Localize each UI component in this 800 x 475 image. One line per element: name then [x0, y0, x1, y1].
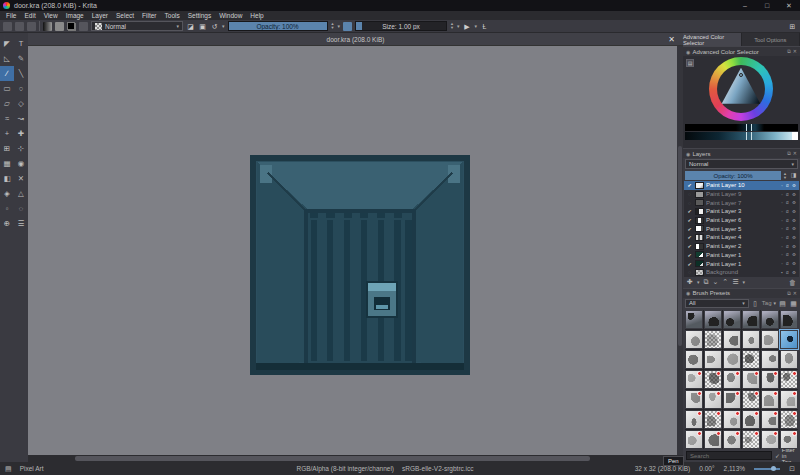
open-document-icon[interactable]	[15, 22, 24, 31]
close-panel-icon[interactable]: ✕	[793, 150, 797, 157]
layer-visibility-icon[interactable]: ◌	[686, 200, 693, 206]
tab-tool-options[interactable]: Tool Options	[742, 33, 800, 46]
opacity-slider[interactable]: Opacity: 100%	[228, 21, 328, 31]
color-selector-settings-icon[interactable]: ▤	[686, 59, 694, 67]
layer-row-paint-layer-2[interactable]: ✔Paint Layer 2◦ α ⚙	[684, 242, 799, 251]
canvas-image-door-pixel-art[interactable]	[250, 155, 470, 375]
brush-preset[interactable]	[742, 370, 760, 389]
document-subwindow-titlebar[interactable]: door.kra (208.0 KiB) ✕	[28, 33, 683, 46]
layer-visibility-icon[interactable]: ✔	[686, 208, 693, 214]
layer-visibility-icon[interactable]: ✔	[686, 217, 693, 223]
tool-smart-patch[interactable]: ◌	[14, 201, 28, 216]
canvas-area[interactable]	[28, 46, 683, 455]
hscroll-handle[interactable]	[75, 456, 590, 461]
workspace-label[interactable]: Pixel Art	[20, 465, 44, 472]
brush-preset[interactable]	[704, 390, 722, 409]
brush-preset[interactable]	[704, 330, 722, 349]
brush-preset[interactable]	[704, 410, 722, 429]
menu-view[interactable]: View	[40, 12, 62, 19]
layer-visibility-icon[interactable]: ✔	[686, 182, 693, 188]
brush-preset[interactable]	[780, 370, 798, 389]
canvas-angle-value[interactable]: 0.00°	[699, 465, 714, 472]
delete-layer-button[interactable]: 🗑	[789, 279, 796, 286]
tab-advanced-color-selector[interactable]: Advanced Color Selector	[683, 33, 742, 46]
layer-opacity-spinner[interactable]: ▲▼	[783, 172, 787, 180]
brush-preset[interactable]	[742, 410, 760, 429]
layer-lock-alpha-properties-icons[interactable]: ◦ α ⚙	[781, 226, 797, 231]
list-view-icon[interactable]: ▤	[778, 299, 787, 308]
brush-preset[interactable]	[723, 410, 741, 429]
layer-visibility-icon[interactable]: ◌	[686, 269, 693, 275]
brush-preset[interactable]	[685, 310, 703, 329]
tool-zoom[interactable]: ⊕	[0, 216, 14, 231]
brush-preset[interactable]	[761, 390, 779, 409]
layer-lock-alpha-properties-icons[interactable]: ◦ α ⚙	[781, 235, 797, 240]
float-panel-icon[interactable]: ⧉	[787, 290, 791, 297]
grid-view-icon[interactable]: ▦	[789, 299, 798, 308]
layer-properties-button[interactable]: ☰	[732, 278, 738, 286]
document-close-icon[interactable]: ✕	[668, 35, 675, 44]
float-panel-icon[interactable]: ⧉	[787, 48, 791, 55]
pattern-chooser-icon[interactable]	[55, 22, 64, 31]
vscroll-handle[interactable]	[678, 146, 682, 346]
tool-freehand-brush[interactable]: ∕	[0, 66, 14, 81]
advanced-color-selector[interactable]: ▤	[683, 56, 800, 148]
layer-row-paint-layer-9[interactable]: ◌Paint Layer 9◦ α ⚙	[684, 190, 799, 199]
layer-visibility-icon[interactable]: ✔	[686, 252, 693, 258]
layer-visibility-icon[interactable]: ✔	[686, 226, 693, 232]
tool-multibrush[interactable]: ✚	[14, 126, 28, 141]
chevron-down-icon[interactable]: ▾	[337, 23, 340, 29]
brush-preset[interactable]	[780, 310, 798, 329]
brush-preset[interactable]	[704, 350, 722, 369]
move-layer-down-button[interactable]: ⌄	[712, 278, 718, 286]
preserve-alpha-icon[interactable]: ▣	[198, 22, 207, 31]
choose-workspace-icon[interactable]: ⊞	[788, 22, 797, 31]
brush-preset[interactable]	[685, 370, 703, 389]
tool-edit-shapes[interactable]: ◺	[0, 51, 14, 66]
tool-assistants[interactable]: ◈	[0, 186, 14, 201]
layer-row-background[interactable]: ◌Background▪ α ⚙	[684, 268, 799, 277]
layer-lock-alpha-properties-icons[interactable]: ◦ α ⚙	[781, 244, 797, 249]
brush-preset[interactable]	[723, 310, 741, 329]
blending-mode-select[interactable]: Normal ▾	[91, 21, 183, 31]
hue-ring[interactable]	[709, 57, 773, 121]
brush-preset[interactable]	[780, 410, 798, 429]
layer-blend-mode-select[interactable]: Normal ▾	[685, 159, 798, 169]
tool-polyline[interactable]: ◇	[14, 96, 28, 111]
workspace-icon[interactable]: ▤	[5, 465, 12, 473]
zoom-slider[interactable]	[754, 468, 780, 470]
menu-settings[interactable]: Settings	[184, 12, 216, 19]
eraser-mode-icon[interactable]: ◪	[186, 22, 195, 31]
brush-preset[interactable]	[761, 430, 779, 449]
tool-text[interactable]: T	[14, 36, 28, 51]
edit-brush-settings-icon[interactable]	[79, 22, 88, 31]
brush-presets-panel-header[interactable]: ◉ Brush Presets ⧉✕	[683, 288, 800, 298]
tool-pan[interactable]: ☰	[14, 216, 28, 231]
brush-preset[interactable]	[780, 350, 798, 369]
layer-lock-alpha-properties-icons[interactable]: ◦ α ⚙	[781, 261, 797, 266]
zoom-percent-value[interactable]: 2,113%	[724, 465, 746, 472]
save-document-icon[interactable]	[27, 22, 36, 31]
tool-reference-images[interactable]: ▫	[0, 201, 14, 216]
menu-layer[interactable]: Layer	[88, 12, 112, 19]
tool-measure[interactable]: △	[14, 186, 28, 201]
brush-preset[interactable]	[761, 410, 779, 429]
brush-preset[interactable]	[780, 430, 798, 449]
menu-select[interactable]: Select	[112, 12, 138, 19]
tool-dynamic-brush[interactable]: +	[0, 126, 14, 141]
float-panel-icon[interactable]: ⧉	[787, 150, 791, 157]
tool-fill[interactable]: ◧	[0, 171, 14, 186]
brush-preset[interactable]	[685, 330, 703, 349]
brush-preset[interactable]	[723, 370, 741, 389]
new-document-icon[interactable]	[3, 22, 12, 31]
layer-row-paint-layer-5[interactable]: ✔Paint Layer 5◦ α ⚙	[684, 224, 799, 233]
foreground-background-color-swatch[interactable]	[67, 22, 76, 31]
horizontal-scrollbar[interactable]	[28, 455, 683, 462]
layer-visibility-icon[interactable]: ✔	[686, 234, 693, 240]
menu-image[interactable]: Image	[62, 12, 88, 19]
layer-row-paint-layer-3[interactable]: ✔Paint Layer 3◦ α ⚙	[684, 207, 799, 216]
wrap-around-icon[interactable]: Ƚ	[480, 22, 489, 31]
brush-preset[interactable]	[742, 390, 760, 409]
tool-polygon[interactable]: ▱	[0, 96, 14, 111]
chevron-down-icon[interactable]: ▾	[773, 300, 776, 306]
